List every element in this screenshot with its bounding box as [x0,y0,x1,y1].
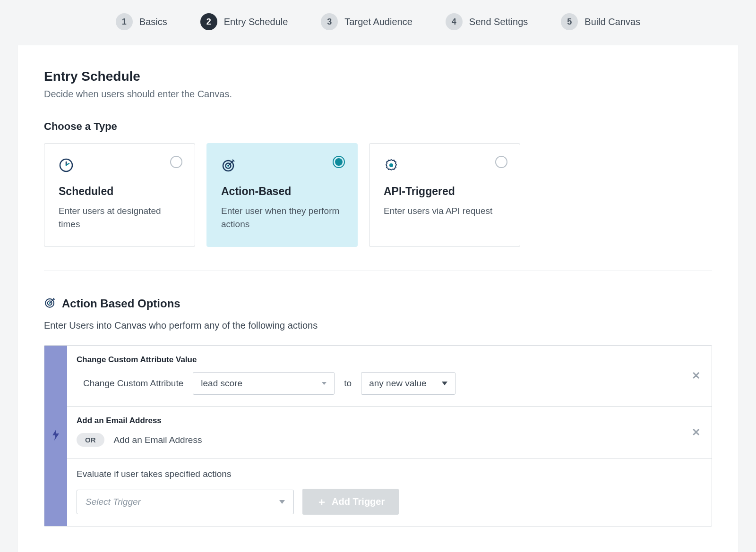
step-number: 5 [561,13,578,30]
type-card-title: API-Triggered [384,185,506,198]
target-icon [221,158,343,175]
step-label: Build Canvas [584,17,640,27]
type-card-desc: Enter user when they perform actions [221,204,343,230]
type-card-scheduled[interactable]: Scheduled Enter users at designated time… [44,143,195,247]
step-number: 4 [446,13,463,30]
step-number: 1 [116,13,133,30]
radio-action-based[interactable] [333,156,345,168]
add-trigger-label: Add Trigger [332,496,385,507]
evaluate-row: Evaluate if user takes specified actions… [67,459,712,526]
chevron-down-icon [322,382,326,385]
type-card-title: Scheduled [59,185,180,198]
step-number: 3 [321,13,338,30]
evaluate-controls: Select Trigger ＋ Add Trigger [77,489,699,515]
type-card-title: Action-Based [221,185,343,198]
target-icon [44,297,56,311]
step-number: 2 [200,13,217,30]
step-label: Basics [139,17,167,27]
remove-trigger-button[interactable]: ✕ [692,370,700,382]
step-label: Send Settings [469,17,528,27]
trigger-row-add-email: Add an Email Address OR Add an Email Add… [67,407,712,459]
plus-icon: ＋ [317,497,327,507]
type-card-desc: Enter users at designated times [59,204,180,230]
step-build-canvas[interactable]: 5 Build Canvas [561,13,640,30]
type-card-desc: Enter users via API request [384,204,506,218]
trigger-conj-text: to [344,378,352,389]
bolt-icon [51,429,60,443]
value-select[interactable]: any new value [361,372,455,395]
chevron-down-icon [442,382,447,385]
chevron-down-icon [279,500,285,504]
step-entry-schedule[interactable]: 2 Entry Schedule [200,13,288,30]
value-select-value: any new value [369,378,426,389]
evaluate-text: Evaluate if user takes specified actions [77,469,699,479]
action-options-subtext: Enter Users into Canvas who perform any … [44,320,712,331]
trigger-prefix-text: Change Custom Attribute [83,378,183,389]
step-label: Target Audience [344,17,412,27]
step-target-audience[interactable]: 3 Target Audience [321,13,412,30]
action-options-title: Action Based Options [62,297,180,310]
svg-point-4 [389,163,393,167]
select-trigger-placeholder: Select Trigger [86,497,141,507]
trigger-block: Change Custom Attribute Value Change Cus… [44,345,712,527]
trigger-sidebar [44,346,67,526]
radio-scheduled[interactable] [170,156,182,168]
step-send-settings[interactable]: 4 Send Settings [446,13,528,30]
main-panel: Entry Schedule Decide when users should … [17,45,739,552]
attribute-select[interactable]: lead score [193,372,335,395]
radio-api-triggered[interactable] [495,156,507,168]
clock-icon [59,158,180,175]
type-card-action-based[interactable]: Action-Based Enter user when they perfor… [206,143,358,247]
or-pill: OR [77,433,104,447]
trigger-controls: OR Add an Email Address [77,433,699,447]
type-cards: Scheduled Enter users at designated time… [44,143,712,271]
trigger-text: Add an Email Address [114,435,202,445]
page-title: Entry Schedule [44,69,712,84]
type-card-api-triggered[interactable]: API-Triggered Enter users via API reques… [369,143,520,247]
add-trigger-button[interactable]: ＋ Add Trigger [302,489,399,515]
choose-type-title: Choose a Type [44,120,712,133]
wizard-stepper: 1 Basics 2 Entry Schedule 3 Target Audie… [0,0,756,45]
action-options-header: Action Based Options [44,297,712,311]
trigger-row-title: Add an Email Address [77,416,699,425]
page-subtitle: Decide when users should enter the Canva… [44,89,712,100]
step-basics[interactable]: 1 Basics [116,13,167,30]
trigger-row-title: Change Custom Attribute Value [77,355,699,365]
attribute-select-value: lead score [201,378,242,389]
trigger-content: Change Custom Attribute Value Change Cus… [67,346,712,526]
trigger-row-change-attribute: Change Custom Attribute Value Change Cus… [67,346,712,407]
step-label: Entry Schedule [224,17,288,27]
remove-trigger-button[interactable]: ✕ [692,426,700,439]
select-trigger-dropdown[interactable]: Select Trigger [77,490,294,514]
trigger-controls: Change Custom Attribute lead score to an… [77,372,699,395]
gear-icon [384,158,506,175]
